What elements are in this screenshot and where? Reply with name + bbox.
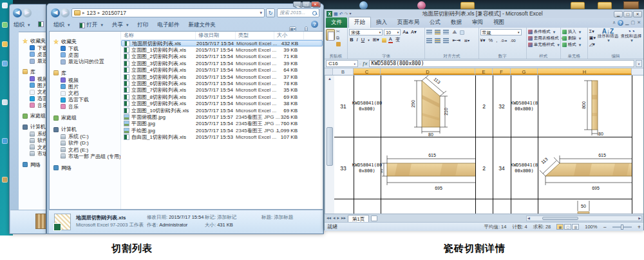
file-row[interactable]: 立面图_8切割砖列表.xls 2015/7/17 15:54 Microsoft… xyxy=(121,94,323,100)
align-left-icon[interactable] xyxy=(426,38,432,43)
undo-icon[interactable]: ↶ xyxy=(339,11,343,17)
align-bottom-icon[interactable] xyxy=(443,30,449,35)
address-bar[interactable]: ▸ 123 ▸ 20150717 ▾ xyxy=(71,8,265,17)
cell-b20[interactable]: 33 xyxy=(333,137,354,199)
column-header-h[interactable]: H xyxy=(538,68,632,75)
workbook-minimize-icon[interactable]: ▁ xyxy=(625,20,629,26)
nav-favorites[interactable]: 收藏夹 xyxy=(50,38,120,45)
select-all-corner[interactable] xyxy=(325,68,333,75)
nav-item[interactable]: 音乐 xyxy=(19,102,46,108)
desktop-folder-icon[interactable] xyxy=(571,2,585,9)
cell-g20[interactable]: KWD58041(800x800) xyxy=(511,137,538,199)
number-format-combo[interactable]: 常规▾ xyxy=(480,29,522,35)
collapse-ribbon-icon[interactable]: ∧ xyxy=(612,20,616,26)
column-name[interactable]: 名称 xyxy=(121,32,196,39)
column-date[interactable]: 修改日期 xyxy=(196,32,236,39)
file-row[interactable]: 平面图.jpg 2015/7/17 15:54 2345看图王 JPG ... … xyxy=(121,121,323,127)
ribbon-tab[interactable]: 视图 xyxy=(488,17,509,28)
increase-decimal-icon[interactable]: .0↠ xyxy=(500,38,507,43)
nav-item[interactable]: 音乐 xyxy=(50,103,120,110)
ribbon-tab[interactable]: 公式 xyxy=(424,17,446,28)
details-title[interactable]: 标题: 添加标题 xyxy=(261,214,293,221)
desktop-icon[interactable] xyxy=(2,3,8,8)
style-button[interactable]: 条件格式 xyxy=(528,29,559,35)
column-header-g[interactable]: G xyxy=(511,68,538,75)
nav-item[interactable]: 文档 xyxy=(19,88,46,95)
help-icon[interactable]: ? xyxy=(618,20,623,26)
ribbon-tab[interactable]: 开始 xyxy=(348,17,371,28)
nav-item[interactable]: 图片 xyxy=(19,82,46,88)
search-box[interactable]: 搜索 2015... xyxy=(277,8,319,17)
nav-libraries[interactable]: 库 xyxy=(50,70,120,77)
first-sheet-icon[interactable]: ◂◂ xyxy=(327,215,331,221)
desktop-folder-icon[interactable] xyxy=(598,2,612,9)
normal-view-button[interactable]: ▦ xyxy=(556,224,564,230)
organize-button[interactable]: 组织 xyxy=(14,21,30,29)
last-sheet-icon[interactable]: ▸▸ xyxy=(341,215,346,221)
file-row[interactable]: 立面图_6切割砖列表.xls 2015/7/17 15:54 Microsoft… xyxy=(121,80,323,86)
close-button[interactable]: ✕ xyxy=(311,1,319,7)
nav-item[interactable]: 市场一部 产品组 (专用) xyxy=(50,153,120,159)
toolbar-button[interactable]: 电子邮件 xyxy=(158,21,180,29)
file-row[interactable]: 立面图_3切割砖列表.xls 2015/7/17 15:54 Microsoft… xyxy=(121,60,323,66)
cell-c20[interactable]: KWD58041(800x800) xyxy=(354,137,381,199)
excel-logo-icon[interactable]: X xyxy=(327,11,332,17)
nav-item[interactable]: 软件 (D:) xyxy=(19,137,46,144)
currency-icon[interactable]: ¥▾ xyxy=(480,37,486,43)
spreadsheet-grid[interactable]: 19 20 31 KWD58041(800x800) 2 32 KWD58041… xyxy=(325,75,643,214)
file-row[interactable]: 立面图_1切割砖列表.xls 2015/7/17 15:54 Microsoft… xyxy=(121,46,323,53)
nav-item[interactable]: 市场一部 产品组 (专用) xyxy=(19,150,46,157)
toolbar-button[interactable]: 打印 xyxy=(138,21,149,29)
nav-item[interactable]: 迅雷下载 xyxy=(50,97,120,103)
back-icon[interactable]: ◀ xyxy=(13,8,22,17)
italic-button[interactable]: I xyxy=(356,37,359,43)
cell-g19[interactable]: KWD58041(800x800) xyxy=(511,75,538,137)
font-name-combo[interactable]: 宋体▾ xyxy=(349,29,383,35)
fill-icon[interactable]: ▣▾ xyxy=(589,35,596,41)
ribbon-tab[interactable]: 审阅 xyxy=(467,17,488,28)
cell-c19[interactable]: KWD58041(800x800) xyxy=(354,75,381,137)
nav-item[interactable]: 文档 (E:) xyxy=(50,146,120,153)
ribbon-tab[interactable]: 数据 xyxy=(446,17,467,28)
minimize-button[interactable]: ▁ xyxy=(614,11,623,17)
phonetic-icon[interactable]: 变 xyxy=(395,37,401,43)
expand-formula-bar-icon[interactable]: ▾ xyxy=(636,60,642,67)
address-dropdown-icon[interactable]: ▾ xyxy=(260,10,262,15)
breadcrumb-path2[interactable]: 20150717 xyxy=(102,10,126,16)
wrap-text-icon[interactable] xyxy=(460,30,464,35)
style-button[interactable]: 套用表格格式 xyxy=(528,35,559,41)
autosum-icon[interactable]: Σ▾ xyxy=(589,29,596,34)
desktop-icon[interactable] xyxy=(2,41,8,47)
toolbar-button[interactable]: 新建文件夹 xyxy=(189,21,216,29)
column-header-d[interactable]: D xyxy=(381,68,475,75)
nav-network[interactable]: 网络 xyxy=(50,165,120,172)
nav-libraries[interactable]: 库 xyxy=(19,68,46,75)
cut-icon[interactable]: ✂ xyxy=(336,29,341,34)
nav-item[interactable]: 文档 xyxy=(50,90,120,96)
zoom-slider[interactable] xyxy=(612,226,632,228)
nav-favorites[interactable]: 收藏夹 xyxy=(19,37,46,45)
cells-button[interactable]: 删除 xyxy=(562,35,586,41)
nav-homegroup[interactable]: 家庭组 xyxy=(19,112,46,119)
format-painter-icon[interactable] xyxy=(336,42,341,46)
desktop-icon[interactable] xyxy=(2,177,8,183)
nav-item[interactable]: 图片 xyxy=(50,83,120,90)
cell-b19[interactable]: 31 xyxy=(333,75,354,137)
desktop-icon[interactable] xyxy=(2,138,8,144)
nav-item[interactable]: 桌面 xyxy=(50,52,120,58)
file-row[interactable]: 自由面_1切割砖列表.xls 2015/7/17 15:53 Microsoft… xyxy=(121,134,323,140)
cells-button[interactable]: 插入 xyxy=(562,29,586,35)
file-row[interactable]: 立面图_10切割砖列表.xls 2015/7/17 15:54 Microsof… xyxy=(121,107,323,114)
nav-item[interactable]: 视频 xyxy=(19,75,46,82)
minimize-button[interactable]: ▁ xyxy=(293,1,301,7)
save-icon[interactable]: ▦ xyxy=(334,11,338,17)
cells-button[interactable]: 格式 xyxy=(562,42,586,48)
sort-filter-button[interactable]: A↓Z 排序和筛选 xyxy=(597,29,619,53)
nav-item[interactable]: 系统 (C:) xyxy=(50,133,120,139)
nav-item[interactable]: 系统 (C:) xyxy=(19,130,46,137)
help-icon[interactable]: ? xyxy=(311,21,318,28)
nav-network[interactable]: 网络 xyxy=(19,161,46,168)
prev-sheet-icon[interactable]: ◂ xyxy=(333,215,336,221)
align-middle-icon[interactable] xyxy=(435,30,440,35)
vertical-scrollbar[interactable]: ▲ xyxy=(325,75,334,214)
